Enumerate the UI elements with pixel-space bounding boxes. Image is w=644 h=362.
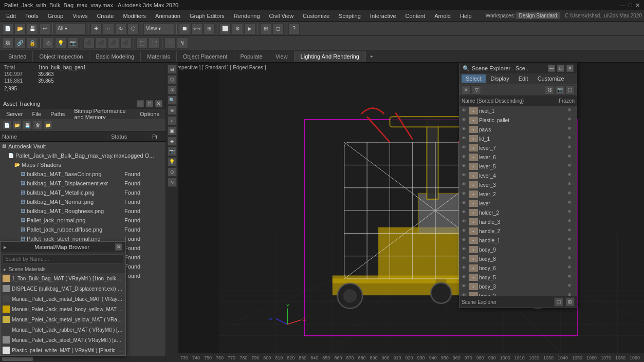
timeline-ruler[interactable]: 730 740 750 760 770 780 790 800 810 820 … [178,353,644,363]
tab-populate[interactable]: Populate [234,51,269,62]
tb-scale[interactable]: ⬡ [127,23,139,34]
se-item-body2[interactable]: 👁 ▪ body_2 ❄ [459,291,577,296]
tb-all-dropdown[interactable]: All ▾ [55,23,86,34]
at-tb-save[interactable]: 💾 [23,121,32,130]
se-item-holder2[interactable]: 👁 ▪ holder_2 ❄ [459,208,577,217]
tb-view-dropdown[interactable]: View ▾ [143,23,174,34]
vp-tb-lights[interactable]: 💡 [168,157,177,166]
at-menu-file[interactable]: File [28,110,45,118]
se-tb-cam2[interactable]: 📷 [555,85,564,94]
se-menu-edit[interactable]: Edit [514,74,532,83]
mat-item-5[interactable]: Manual_Palet_Jack_rubber_MAT ( VRayMtl )… [1,325,125,335]
tab-basic-modeling[interactable]: Basic Modeling [89,51,141,62]
tb-render[interactable]: ▶ [244,23,255,34]
at-scrollbar-h[interactable] [0,356,165,362]
at-item-basecolor[interactable]: 🖼 bulkbag_MAT_BaseColor.png Found [0,169,165,179]
tb2-s2[interactable]: ⬛ [96,37,107,49]
se-item-lever2[interactable]: 👁 ▪ lever_2 ❄ [459,189,577,199]
tb2-s1[interactable]: ⬛ [83,37,95,49]
se-tb-link[interactable]: ⛓ [545,85,554,94]
tb-new[interactable]: 📄 [2,23,13,34]
at-menu-options[interactable]: Options [136,110,163,118]
menu-group[interactable]: Group [44,12,68,20]
close-button[interactable]: ✕ [635,2,640,9]
at-item-pj-rubber[interactable]: 🖼 Pallet_jack_rubber.diffuse.png Found [0,225,165,234]
menu-arnold[interactable]: Arnold [430,12,455,20]
tb-align[interactable]: ⊞ [204,23,215,34]
at-item-pj-normal[interactable]: 🖼 Pallet_jack_normal.png Found [0,216,165,225]
tb-select[interactable]: ✚ [90,23,102,34]
tb-save[interactable]: 💾 [27,23,38,34]
mb-close[interactable]: ✕ [115,243,122,251]
se-item-body6[interactable]: 👁 ▪ body_6 ❄ [459,263,577,273]
menu-edit[interactable]: Edit [2,12,20,20]
tb2-particle[interactable]: ∷ [164,37,176,49]
se-item-body8[interactable]: 👁 ▪ body_8 ❄ [459,254,577,263]
se-item-lever3[interactable]: 👁 ▪ lever_3 ❄ [459,180,577,189]
mb-arrow-expand[interactable]: ▸ [4,266,6,272]
at-menu-paths[interactable]: Paths [46,110,69,118]
vp-tb-space[interactable]: ∿ [168,178,177,187]
window-controls[interactable]: — □ ✕ [137,100,162,107]
at-item-roughness[interactable]: 🖼 bulkbag_MAT_Roughness.png Found [0,206,165,216]
tb-material-editor[interactable]: ⬜ [219,23,231,34]
at-tb-new[interactable]: 📄 [2,121,11,130]
se-item-plasticpallet[interactable]: 👁 ▪ Plastic_pallet ❄ [459,116,577,125]
menu-rendering[interactable]: Rendering [230,12,264,20]
se-bottom-expand[interactable]: ⊞ [565,297,575,307]
at-close[interactable]: ✕ [155,100,162,107]
mat-item-2[interactable]: Manual_Palet_Jack_metal_black_MAT ( VRay… [1,294,125,304]
tab-view[interactable]: View [269,51,295,62]
vp-tb-5[interactable]: ◈ [168,137,177,146]
tb2-light[interactable]: 💡 [55,37,66,49]
se-list[interactable]: 👁 ▪ rivet_1 ❄ 👁 ▪ Plastic_pallet ❄ 👁 ▪ p… [459,106,577,296]
se-item-lid1[interactable]: 👁 ▪ lid_1 ❄ [459,134,577,143]
mat-item-1[interactable]: DISPLACE (bulkbag_MAT_Displacement.exr) … [1,283,125,294]
tb-rotate[interactable]: ↻ [115,23,126,34]
tab-plus[interactable]: + [370,53,373,60]
mb-list[interactable]: 1_Ton_Bulk_Bag_MAT ( VRayMtl ) [1ton_bul… [1,273,125,355]
at-item-metallic[interactable]: 🖼 bulkbag_MAT_Metallic.png Found [0,188,165,197]
se-bottom-layers[interactable]: ⬚ [554,297,563,307]
se-item-lever7[interactable]: 👁 ▪ lever_7 ❄ [459,143,577,153]
tb2-cloth[interactable]: ⬚ [149,37,160,49]
se-item-handle1[interactable]: 👁 ▪ handle_1 ❄ [459,236,577,245]
vp-tb-cam[interactable]: 📷 [168,147,177,156]
minimize-button[interactable]: — [620,2,625,9]
mat-item-0[interactable]: 1_Ton_Bulk_Bag_MAT ( VRayMtl ) [1ton_bul… [1,273,125,283]
at-item-maxfile[interactable]: 📄 Pallet_Jack_with_Bulk_Bag_max_vray.max… [0,151,165,160]
tb2-link[interactable]: ⛓ [2,37,13,49]
tb2-physx[interactable]: ⬚ [136,37,148,49]
se-item-handle3[interactable]: 👁 ▪ handle_3 ❄ [459,217,577,226]
se-item-handle2[interactable]: 👁 ▪ handle_2 ❄ [459,226,577,236]
menu-interactive[interactable]: Interactive [366,12,400,20]
at-menu-server[interactable]: Server [2,110,27,118]
tb-named-sel[interactable]: ◻ [272,23,284,34]
vp-tb-4[interactable]: ▣ [168,126,177,136]
se-menu-display[interactable]: Display [487,74,513,83]
tb-help[interactable]: ? [288,23,300,34]
vp-tb-helpers[interactable]: ⊙ [168,167,177,177]
menu-customize[interactable]: Customize [299,12,334,20]
at-item-vault[interactable]: 🏛 Autodesk Vault [0,142,165,151]
mat-item-4[interactable]: Manual_Palet_Jack_metal_yellow_MAT ( VRa… [1,314,125,325]
se-item-lever6[interactable]: 👁 ▪ lever_6 ❄ [459,153,577,162]
se-item-paws[interactable]: 👁 ▪ paws ❄ [459,125,577,134]
at-scroll-thumb[interactable] [2,357,33,361]
vp-tb-sel[interactable]: ⊞ [168,65,177,74]
at-maximize[interactable]: □ [146,100,153,107]
at-tb-open[interactable]: 📂 [12,121,22,130]
mat-item-6[interactable]: Manual_Palet_Jack_steel_MAT ( VRayMtl ) … [1,335,125,345]
at-item-normal[interactable]: 🖼 bulkbag_MAT_Normal.png Found [0,197,165,206]
tb2-s3[interactable]: ⬛ [108,37,119,49]
se-close[interactable]: ✕ [566,65,574,72]
vp-tb-3[interactable]: ○ [168,116,177,125]
tab-object-placement[interactable]: Object Placement [177,51,234,62]
se-tb-layer[interactable]: ⬚ [565,85,575,94]
se-item-lever4[interactable]: 👁 ▪ lever_4 ❄ [459,171,577,180]
workspaces-value[interactable]: Design Standard [516,12,560,19]
titlebar-controls[interactable]: — □ ✕ [620,2,640,9]
at-tb-delete[interactable]: 🗑 [33,121,42,130]
menu-tools[interactable]: Tools [21,12,43,20]
mat-item-7[interactable]: Plastic_pallet_white_MAT ( VRayMtl ) [Pl… [1,345,125,355]
